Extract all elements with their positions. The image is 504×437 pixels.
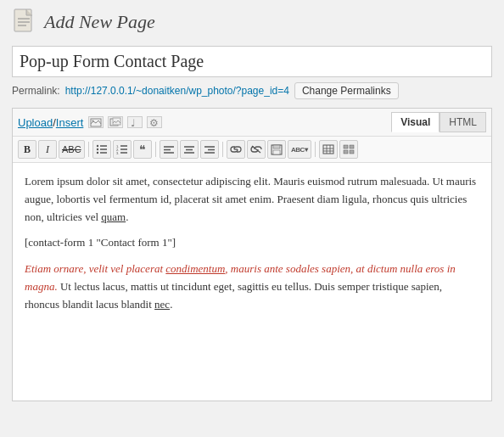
- toolbar-align-right[interactable]: [200, 140, 219, 159]
- toolbar-italic[interactable]: I: [38, 140, 57, 159]
- toolbar-divider-4: [315, 142, 316, 157]
- add-new-page-heading: Add New Page: [44, 11, 155, 33]
- editor-paragraph-2: Etiam ornare, velit vel placerat condime…: [25, 261, 479, 313]
- svg-rect-36: [323, 145, 333, 154]
- toolbar-align-center[interactable]: [180, 140, 199, 159]
- toolbar-show-hide[interactable]: [339, 140, 358, 159]
- toolbar-strikethrough[interactable]: ABC: [59, 140, 85, 159]
- svg-rect-43: [344, 150, 348, 154]
- editor-body[interactable]: Lorem ipsum dolor sit amet, consectetur …: [13, 163, 491, 401]
- upload-icons-group: ♩ ⚙: [88, 116, 162, 128]
- svg-point-12: [96, 152, 98, 154]
- toolbar-save[interactable]: [267, 140, 286, 159]
- editor-toolbar: B I ABC 1.2.3. ❝: [13, 137, 491, 163]
- tab-html[interactable]: HTML: [440, 112, 486, 132]
- toolbar-table[interactable]: [319, 140, 338, 159]
- editor-para2-normal: Ut lectus lacus, mattis ut tincidunt ege…: [25, 280, 442, 311]
- title-input-row: [12, 46, 492, 77]
- page-header: Add New Page: [12, 8, 492, 36]
- svg-rect-7: [113, 118, 120, 125]
- toolbar-link[interactable]: [227, 140, 245, 159]
- svg-rect-34: [273, 145, 280, 148]
- page-title-input[interactable]: [12, 46, 492, 77]
- view-tabs: Visual HTML: [391, 112, 486, 132]
- toolbar-align-left[interactable]: [160, 140, 178, 159]
- editor-shortcode: [contact-form 1 "Contact form 1"]: [25, 234, 479, 252]
- upload-image-icon[interactable]: [88, 116, 104, 128]
- upload-insert-bar: Upload/Insert ♩: [18, 116, 162, 129]
- svg-rect-35: [273, 150, 280, 154]
- svg-text:⚙: ⚙: [149, 117, 159, 128]
- toolbar-ul[interactable]: [92, 140, 111, 159]
- svg-point-11: [96, 148, 98, 150]
- change-permalinks-button[interactable]: Change Permalinks: [294, 82, 399, 99]
- underline-word-quam: quam: [101, 210, 126, 223]
- page-wrapper: Add New Page Permalink: http://127.0.0.1…: [0, 0, 504, 413]
- toolbar-bold[interactable]: B: [18, 140, 36, 159]
- upload-audio-icon[interactable]: ♩: [127, 116, 143, 128]
- insert-link[interactable]: Insert: [56, 116, 84, 129]
- toolbar-blockquote[interactable]: ❝: [133, 140, 152, 159]
- toolbar-unlink[interactable]: [247, 140, 266, 159]
- toolbar-divider-1: [88, 142, 89, 157]
- upload-settings-icon[interactable]: ⚙: [147, 116, 162, 128]
- upload-link[interactable]: Upload: [18, 116, 53, 129]
- svg-rect-42: [350, 145, 354, 148]
- editor-container: Upload/Insert ♩: [12, 108, 492, 401]
- upload-insert-label: Upload/Insert: [18, 116, 83, 129]
- permalink-url[interactable]: http://127.0.0.1/~donaitken/wp_photo/?pa…: [65, 85, 289, 97]
- permalink-label: Permalink:: [12, 85, 60, 97]
- permalink-row: Permalink: http://127.0.0.1/~donaitken/w…: [12, 82, 492, 99]
- underline-word-condimentum: condimentum: [165, 262, 225, 275]
- toolbar-ol[interactable]: 1.2.3.: [113, 140, 132, 159]
- svg-text:♩: ♩: [131, 117, 136, 128]
- svg-point-10: [96, 145, 98, 147]
- svg-text:3.: 3.: [116, 151, 119, 154]
- svg-rect-44: [350, 150, 354, 154]
- tab-visual[interactable]: Visual: [391, 112, 440, 132]
- editor-topbar: Upload/Insert ♩: [13, 109, 491, 137]
- toolbar-divider-3: [222, 142, 223, 157]
- toolbar-spellcheck[interactable]: ABC▾: [288, 140, 311, 159]
- page-document-icon: [12, 8, 37, 36]
- svg-rect-41: [344, 145, 348, 148]
- upload-gallery-icon[interactable]: [108, 116, 123, 128]
- svg-point-5: [92, 120, 94, 121]
- editor-paragraph-1: Lorem ipsum dolor sit amet, consectetur …: [25, 173, 479, 226]
- toolbar-divider-2: [155, 142, 156, 157]
- underline-word-nec: nec: [154, 298, 170, 311]
